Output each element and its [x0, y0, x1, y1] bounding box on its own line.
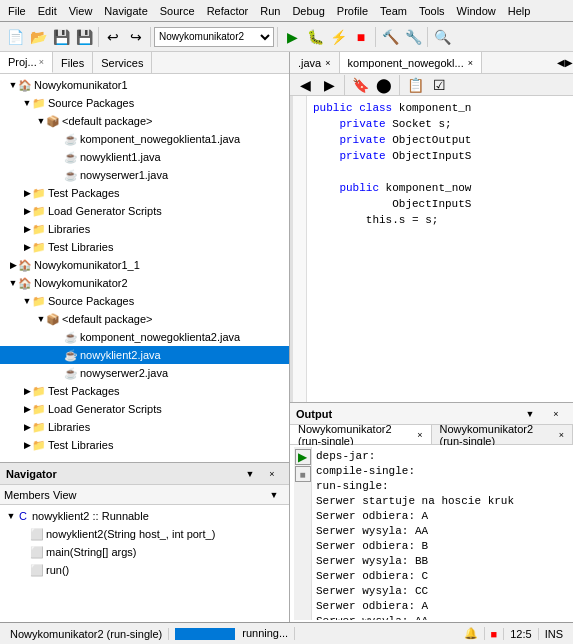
test-libraries-1[interactable]: ▶ 📁 Test Libraries [0, 238, 289, 256]
test-packages-2[interactable]: ▶ 📁 Test Packages [0, 382, 289, 400]
editor-forward-button[interactable]: ▶ [318, 74, 340, 96]
editor-tab-java-close[interactable]: × [325, 58, 330, 68]
editor-content[interactable]: public class komponent_n private Socket … [290, 96, 573, 402]
menu-team[interactable]: Team [374, 3, 413, 19]
debug-button[interactable]: 🐛 [304, 26, 326, 48]
save-all-button[interactable]: 💾 [73, 26, 95, 48]
toggle-lib1[interactable]: ▶ [22, 224, 32, 234]
toggle-lg1[interactable]: ▶ [22, 206, 32, 216]
menu-help[interactable]: Help [502, 3, 537, 19]
toggle-lib2[interactable]: ▶ [22, 422, 32, 432]
toggle-project2[interactable]: ▼ [8, 278, 18, 288]
load-gen-2[interactable]: ▶ 📁 Load Generator Scripts [0, 400, 289, 418]
menu-edit[interactable]: Edit [32, 3, 63, 19]
build-button[interactable]: 🔨 [379, 26, 401, 48]
menu-navigate[interactable]: Navigate [98, 3, 153, 19]
profile-button[interactable]: ⚡ [327, 26, 349, 48]
output-text-area[interactable]: deps-jar: compile-single: run-single: Se… [312, 447, 569, 620]
file-nowyklient1[interactable]: ☕ nowyklient1.java [0, 148, 289, 166]
project-nowykomunikator2[interactable]: ▼ 🏠 Nowykomunikator2 [0, 274, 289, 292]
toggle-test2[interactable]: ▶ [22, 386, 32, 396]
project-nowykomunikator1[interactable]: ▼ 🏠 Nowykomunikator1 [0, 76, 289, 94]
stop-button[interactable]: ■ [350, 26, 372, 48]
toggle-src2[interactable]: ▼ [22, 296, 32, 306]
output-tab-1[interactable]: Nowykomunikator2 (run-single) × [290, 425, 432, 444]
libraries-2[interactable]: ▶ 📁 Libraries [0, 418, 289, 436]
new-project-button[interactable]: 📄 [4, 26, 26, 48]
test-packages-1[interactable]: ▶ 📁 Test Packages [0, 184, 289, 202]
file-komponent1[interactable]: ☕ komponent_nowegoklienta1.java [0, 130, 289, 148]
editor-bookmark-button[interactable]: 🔖 [349, 74, 371, 96]
navigator-options-button[interactable]: ▼ [239, 463, 261, 485]
editor-code-area[interactable]: public class komponent_n private Socket … [313, 100, 569, 228]
open-button[interactable]: 📂 [27, 26, 49, 48]
nav-member-constructor[interactable]: ⬜ nowyklient2(String host_, int port_) [2, 525, 287, 543]
libraries-1[interactable]: ▶ 📁 Libraries [0, 220, 289, 238]
editor-task-button[interactable]: 📋 [404, 74, 426, 96]
nav-member-run[interactable]: ⬜ run() [2, 561, 287, 579]
output-run-button[interactable]: ▶ [295, 449, 311, 465]
editor-tab-java[interactable]: .java × [290, 52, 340, 73]
undo-button[interactable]: ↩ [102, 26, 124, 48]
nav-class-item[interactable]: ▼ C nowyklient2 :: Runnable [2, 507, 287, 525]
output-content[interactable]: ▶ ■ deps-jar: compile-single: run-single… [290, 445, 573, 622]
toggle-defpkg1[interactable]: ▼ [36, 116, 46, 126]
project-tree[interactable]: ▼ 🏠 Nowykomunikator1 ▼ 📁 Source Packages… [0, 74, 289, 462]
menu-profile[interactable]: Profile [331, 3, 374, 19]
navigator-tree[interactable]: ▼ C nowyklient2 :: Runnable ⬜ nowyklient… [0, 505, 289, 622]
source-packages-1[interactable]: ▼ 📁 Source Packages [0, 94, 289, 112]
menu-debug[interactable]: Debug [286, 3, 330, 19]
load-gen-1[interactable]: ▶ 📁 Load Generator Scripts [0, 202, 289, 220]
clean-build-button[interactable]: 🔧 [402, 26, 424, 48]
file-nowyklient2[interactable]: ☕ nowyklient2.java [0, 346, 289, 364]
status-stop-button[interactable]: ■ [485, 628, 505, 640]
toggle-project1[interactable]: ▼ [8, 80, 18, 90]
menu-tools[interactable]: Tools [413, 3, 451, 19]
menu-source[interactable]: Source [154, 3, 201, 19]
editor-back-button[interactable]: ◀ [294, 74, 316, 96]
test-libraries-2[interactable]: ▶ 📁 Test Libraries [0, 436, 289, 454]
toggle-tlib2[interactable]: ▶ [22, 440, 32, 450]
toggle-lg2[interactable]: ▶ [22, 404, 32, 414]
tab-projects-close[interactable]: × [39, 57, 44, 67]
run-config-select[interactable]: Nowykomunikator2 [154, 27, 274, 47]
project-nowykomunikator1-1[interactable]: ▶ 🏠 Nowykomunikator1_1 [0, 256, 289, 274]
output-tab-2[interactable]: Nowykomunikator2 (run-single) × [432, 425, 574, 444]
file-nowyserwer2[interactable]: ☕ nowyserwer2.java [0, 364, 289, 382]
menu-view[interactable]: View [63, 3, 99, 19]
toggle-test1[interactable]: ▶ [22, 188, 32, 198]
menu-run[interactable]: Run [254, 3, 286, 19]
tab-files[interactable]: Files [53, 52, 93, 73]
default-package-2[interactable]: ▼ 📦 <default package> [0, 310, 289, 328]
output-stop-button[interactable]: ■ [295, 466, 311, 482]
output-options-button[interactable]: ▼ [519, 403, 541, 425]
toggle-project1-1[interactable]: ▶ [8, 260, 18, 270]
menu-refactor[interactable]: Refactor [201, 3, 255, 19]
navigator-close-button[interactable]: × [261, 463, 283, 485]
output-tab-2-close[interactable]: × [559, 430, 564, 440]
menu-file[interactable]: File [2, 3, 32, 19]
tab-projects[interactable]: Proj... × [0, 52, 53, 73]
search-button[interactable]: 🔍 [431, 26, 453, 48]
output-tab-1-close[interactable]: × [417, 430, 422, 440]
editor-tab-komponent[interactable]: komponent_nowegokl... × [340, 52, 482, 73]
toggle-src1[interactable]: ▼ [22, 98, 32, 108]
editor-tab-komponent-close[interactable]: × [468, 58, 473, 68]
nav-options-button[interactable]: ▼ [263, 484, 285, 506]
save-button[interactable]: 💾 [50, 26, 72, 48]
file-komponent2[interactable]: ☕ komponent_nowegoklienta2.java [0, 328, 289, 346]
editor-tabs-nav-button[interactable]: ◀▶ [557, 52, 573, 73]
redo-button[interactable]: ↪ [125, 26, 147, 48]
source-packages-2[interactable]: ▼ 📁 Source Packages [0, 292, 289, 310]
nav-member-main[interactable]: ⬜ main(String[] args) [2, 543, 287, 561]
file-nowyserwer1[interactable]: ☕ nowyserwer1.java [0, 166, 289, 184]
run-button[interactable]: ▶ [281, 26, 303, 48]
output-close-button[interactable]: × [545, 403, 567, 425]
default-package-1[interactable]: ▼ 📦 <default package> [0, 112, 289, 130]
menu-window[interactable]: Window [451, 3, 502, 19]
nav-class-toggle[interactable]: ▼ [6, 511, 16, 521]
tab-services[interactable]: Services [93, 52, 152, 73]
editor-toggle-breakpoint-button[interactable]: ⬤ [373, 74, 395, 96]
toggle-tlib1[interactable]: ▶ [22, 242, 32, 252]
toggle-defpkg2[interactable]: ▼ [36, 314, 46, 324]
